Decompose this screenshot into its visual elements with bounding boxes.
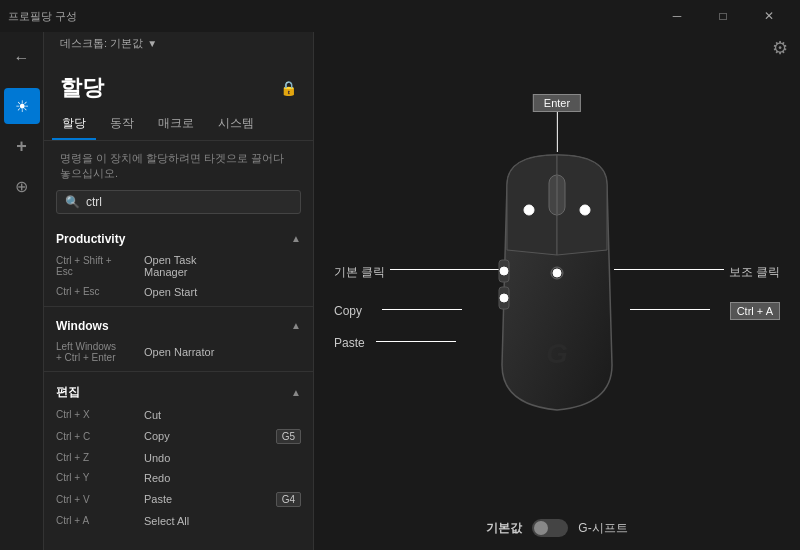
profile-label: 데스크톱: 기본값 — [60, 36, 143, 51]
action-label: Copy — [144, 430, 170, 442]
list-item[interactable]: Ctrl + X Cut — [44, 405, 313, 425]
section-productivity-title: Productivity — [56, 232, 125, 246]
titlebar-controls: ─ □ ✕ — [654, 0, 792, 32]
badge-g4: G4 — [276, 492, 301, 507]
action-label: Undo — [144, 452, 170, 464]
chevron-down-icon: ▼ — [147, 38, 157, 49]
lock-icon: 🔒 — [280, 80, 297, 96]
add-icon[interactable]: + — [4, 128, 40, 164]
list-item[interactable]: Ctrl + Esc Open Start — [44, 282, 313, 302]
sidebar: 데스크톱: 기본값 ▼ 할당 🔒 할당 동작 매크로 시스템 명령을 이 장치에… — [44, 32, 314, 550]
shortcut-label: Ctrl + X — [56, 409, 136, 420]
sidebar-header: 할당 🔒 — [44, 59, 313, 109]
shortcut-label: Ctrl + V — [56, 494, 136, 505]
enter-label-group: Enter — [533, 94, 581, 152]
minimize-button[interactable]: ─ — [654, 0, 700, 32]
shortcut-label: Left Windows+ Ctrl + Enter — [56, 341, 136, 363]
list-item[interactable]: Ctrl + A Select All — [44, 511, 313, 531]
toggle-knob — [534, 521, 548, 535]
gshift-label: G-시프트 — [578, 520, 627, 537]
tab-action[interactable]: 동작 — [100, 109, 144, 140]
divider — [44, 306, 313, 307]
maximize-button[interactable]: □ — [700, 0, 746, 32]
content-area: ⚙ Enter — [314, 32, 800, 550]
icon-rail: ← ☀ + ⊕ — [0, 32, 44, 550]
list-item[interactable]: Ctrl + Shift +Esc Open TaskManager — [44, 250, 313, 282]
chevron-up-icon: ▲ — [291, 320, 301, 331]
section-productivity[interactable]: Productivity ▲ — [44, 224, 313, 250]
search-box: 🔍 — [56, 190, 301, 214]
main-layout: ← ☀ + ⊕ 데스크톱: 기본값 ▼ 할당 🔒 할당 동작 매크로 시스템 명… — [0, 32, 800, 550]
basic-click-label: 기본 클릭 — [334, 264, 385, 281]
profile-selector[interactable]: 데스크톱: 기본값 ▼ — [44, 32, 313, 59]
back-button[interactable]: ← — [4, 40, 40, 76]
copy-label: Copy — [334, 304, 362, 318]
shortcut-label: Ctrl + A — [56, 515, 136, 526]
titlebar: 프로필당 구성 ─ □ ✕ — [0, 0, 800, 32]
shortcut-label: Ctrl + Esc — [56, 286, 136, 297]
search-icon: 🔍 — [65, 195, 80, 209]
svg-point-10 — [553, 269, 561, 277]
svg-point-8 — [500, 294, 508, 302]
action-label: Open Start — [144, 286, 197, 298]
titlebar-title: 프로필당 구성 — [8, 9, 77, 24]
chevron-up-icon: ▲ — [291, 233, 301, 244]
action-label: Open TaskManager — [144, 254, 196, 278]
tabs: 할당 동작 매크로 시스템 — [44, 109, 313, 141]
default-label: 기본값 — [486, 520, 522, 537]
content-topbar: ⚙ — [314, 32, 800, 64]
titlebar-left: 프로필당 구성 — [8, 9, 77, 24]
tab-assign[interactable]: 할당 — [52, 109, 96, 140]
copy-line — [382, 309, 462, 310]
ctrl-a-label: Ctrl + A — [730, 302, 780, 320]
chevron-up-icon: ▲ — [291, 387, 301, 398]
list-item[interactable]: Ctrl + Y Redo — [44, 468, 313, 488]
list-item[interactable]: Left Windows+ Ctrl + Enter Open Narrator — [44, 337, 313, 367]
enter-label: Enter — [533, 94, 581, 112]
action-label: Cut — [144, 409, 161, 421]
list-item[interactable]: Ctrl + Z Undo — [44, 448, 313, 468]
action-label: Select All — [144, 515, 189, 527]
section-windows-title: Windows — [56, 319, 109, 333]
gear-icon[interactable]: ⚙ — [772, 37, 788, 59]
badge-g5: G5 — [276, 429, 301, 444]
instruction-text: 명령을 이 장치에 할당하려면 타겟으로 끌어다 놓으십시오. — [44, 141, 313, 190]
paste-label: Paste — [334, 336, 365, 350]
sidebar-title: 할당 — [60, 73, 104, 103]
shortcut-label: Ctrl + Y — [56, 472, 136, 483]
mouse-area: Enter — [314, 64, 800, 506]
paste-line — [376, 341, 456, 342]
tab-macro[interactable]: 매크로 — [148, 109, 204, 140]
aux-click-label: 보조 클릭 — [729, 264, 780, 281]
action-label: Open Narrator — [144, 346, 214, 358]
svg-point-7 — [580, 205, 590, 215]
brightness-icon[interactable]: ☀ — [4, 88, 40, 124]
crosshair-icon[interactable]: ⊕ — [4, 168, 40, 204]
ctrl-a-line — [630, 309, 710, 310]
close-button[interactable]: ✕ — [746, 0, 792, 32]
shortcut-label: Ctrl + Z — [56, 452, 136, 463]
svg-point-6 — [524, 205, 534, 215]
search-input[interactable] — [86, 195, 292, 209]
section-edit-title: 편집 — [56, 384, 80, 401]
toggle-switch[interactable] — [532, 519, 568, 537]
mouse-svg: G — [477, 145, 637, 425]
tab-system[interactable]: 시스템 — [208, 109, 264, 140]
list-item[interactable]: Ctrl + C Copy G5 — [44, 425, 313, 448]
bottom-bar: 기본값 G-시프트 — [314, 506, 800, 550]
svg-text:G: G — [546, 338, 568, 369]
shortcut-label: Ctrl + Shift +Esc — [56, 255, 136, 277]
section-windows[interactable]: Windows ▲ — [44, 311, 313, 337]
shortcut-label: Ctrl + C — [56, 431, 136, 442]
section-edit[interactable]: 편집 ▲ — [44, 376, 313, 405]
action-label: Redo — [144, 472, 170, 484]
list-item[interactable]: Ctrl + V Paste G4 — [44, 488, 313, 511]
svg-point-9 — [500, 267, 508, 275]
action-label: Paste — [144, 493, 172, 505]
divider — [44, 371, 313, 372]
